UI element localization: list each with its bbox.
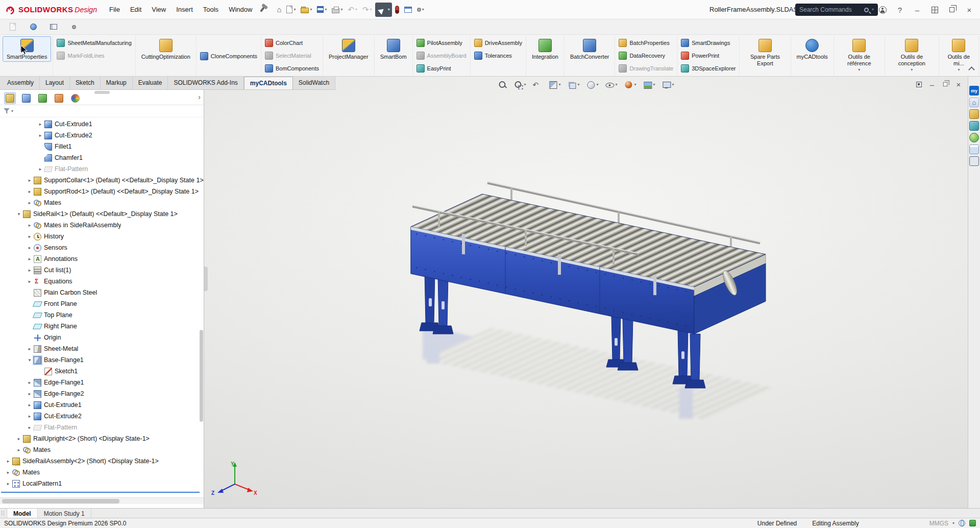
tab-sketch[interactable]: Sketch: [70, 77, 101, 89]
tree-item-cut-list-1[interactable]: ▸Cut list(1): [0, 265, 204, 276]
tab-mycadtools[interactable]: myCADtools: [244, 77, 293, 89]
dropdown-caret-icon[interactable]: ▾: [577, 83, 579, 87]
pin-icon[interactable]: [260, 7, 265, 12]
tree-collapsed-arrow-icon[interactable]: ▸: [26, 256, 34, 261]
dropdown-caret-icon[interactable]: ▾: [388, 8, 390, 12]
tree-item-base-flange1[interactable]: ▾Base-Flange1: [0, 354, 204, 366]
tree-collapsed-arrow-icon[interactable]: ▸: [26, 425, 34, 430]
datarecovery-button[interactable]: DataRecovery: [617, 49, 675, 62]
tree-item-chamfer1[interactable]: Chamfer1: [0, 152, 204, 163]
markfoldlines-button[interactable]: MarkFoldLines: [55, 49, 133, 62]
view-orientation-button[interactable]: ▾: [566, 79, 580, 90]
tree-collapsed-arrow-icon[interactable]: ▸: [4, 481, 12, 486]
restore-button[interactable]: [944, 2, 960, 17]
tree-item-equations[interactable]: ▸Equations: [0, 276, 204, 287]
close-doc-button[interactable]: ×: [953, 79, 964, 89]
minimize-button[interactable]: –: [910, 2, 925, 17]
configurationmanager-tab-tab[interactable]: [53, 92, 65, 104]
mycadtools-button[interactable]: myCADtools: [793, 36, 832, 62]
tab-solidworks-add-ins[interactable]: SOLIDWORKS Add-Ins: [168, 77, 243, 89]
tree-item-top-plane[interactable]: Top Plane: [0, 309, 204, 321]
tree-item-history[interactable]: ▸History: [0, 231, 204, 242]
3dspaceexplorer-button[interactable]: 3DSpaceExplorer: [679, 62, 738, 75]
tree-collapsed-arrow-icon[interactable]: ▸: [26, 178, 34, 183]
assemblyboard-button[interactable]: AssemblyBoard: [414, 49, 469, 62]
select-arrow-button[interactable]: ▾: [375, 3, 392, 17]
easyprint-button[interactable]: EasyPrint: [414, 62, 469, 75]
tree-item-mates-in-siderailassembly[interactable]: ▸Mates in SideRailAssembly: [0, 220, 204, 231]
graphics-viewport[interactable]: ▾↶▾▾▾▾▾▾▾ –×: [204, 77, 968, 508]
tree-item-flat-pattern[interactable]: ▸Flat-Pattern: [0, 422, 204, 433]
open-file-button[interactable]: ▾: [299, 3, 314, 17]
tree-collapsed-arrow-icon[interactable]: ▸: [26, 268, 34, 273]
tab-bar-gripper[interactable]: [0, 509, 7, 518]
tree-item-front-plane[interactable]: Front Plane: [0, 298, 204, 309]
batchproperties-button[interactable]: BatchProperties: [617, 36, 675, 49]
selectmaterial-button[interactable]: SelectMaterial: [263, 49, 321, 62]
tab-layout[interactable]: Layout: [40, 77, 70, 89]
dropdown-caret-icon[interactable]: ▾: [325, 8, 327, 12]
search-input[interactable]: Search Commands ▾: [795, 4, 878, 16]
tree-collapsed-arrow-icon[interactable]: ▸: [26, 391, 34, 396]
options-gear-button[interactable]: ▾: [415, 3, 426, 17]
toolbox-icon[interactable]: [969, 109, 979, 119]
tab-assembly[interactable]: Assembly: [2, 77, 40, 89]
outils-de-conception-button[interactable]: Outils de conception▾: [887, 36, 937, 74]
dropdown-caret-icon[interactable]: ▾: [293, 8, 296, 12]
dropdown-caret-icon[interactable]: ▾: [672, 83, 674, 87]
tree-collapsed-arrow-icon[interactable]: ▸: [4, 459, 12, 464]
tree-collapsed-arrow-icon[interactable]: ▸: [26, 380, 34, 385]
tree-item-sketch1[interactable]: Sketch1: [0, 366, 204, 377]
edit-appearance-button[interactable]: ▾: [623, 79, 638, 90]
table-button[interactable]: [402, 3, 414, 17]
dropdown-caret-icon[interactable]: ▾: [340, 8, 342, 12]
help-button[interactable]: ?: [892, 2, 908, 17]
tree-item-localpattern1[interactable]: ▸LocalPattern1: [0, 478, 204, 489]
tree-item-cut-extrude1[interactable]: ▸Cut-Extrude1: [0, 399, 204, 411]
dropdown-caret-icon[interactable]: ▾: [558, 83, 560, 87]
tree-collapsed-arrow-icon[interactable]: ▸: [36, 122, 44, 127]
appearances-tab-tab[interactable]: [69, 92, 81, 104]
tab-solidwatch[interactable]: SolidWatch: [293, 77, 335, 89]
tree-collapsed-arrow-icon[interactable]: ▸: [36, 133, 44, 138]
tree-item-sensors[interactable]: ▸Sensors: [0, 242, 204, 253]
tree-collapsed-arrow-icon[interactable]: ▸: [26, 346, 34, 351]
units-label[interactable]: MMGS: [929, 520, 948, 527]
tree-expanded-arrow-icon[interactable]: ▾: [15, 211, 23, 217]
tree-item-cut-extrude1[interactable]: ▸Cut-Extrude1: [0, 118, 204, 130]
tree-vertical-scrollbar[interactable]: [200, 330, 203, 422]
display-style-button[interactable]: ▾: [585, 79, 599, 90]
clonecomponents-button[interactable]: CloneComponents: [198, 50, 259, 62]
tree-item-railupright-2-short-display-state-1[interactable]: ▸RailUpright<2> (Short) <Display State-1…: [0, 433, 204, 444]
home-button[interactable]: ⌂: [275, 3, 283, 17]
previous-view-button[interactable]: ↶: [531, 79, 543, 90]
mycad-panel-icon[interactable]: my: [969, 86, 979, 95]
tab-markup[interactable]: Markup: [101, 77, 133, 89]
tree-collapsed-arrow-icon[interactable]: ▸: [26, 234, 34, 239]
capsule-button[interactable]: [393, 3, 401, 17]
tree-item-mates[interactable]: ▸Mates: [0, 467, 204, 478]
hide-show-items-button[interactable]: ▾: [604, 79, 619, 90]
print-button[interactable]: ▾: [330, 3, 345, 17]
tree-item-mates[interactable]: ▸Mates: [0, 444, 204, 455]
tree-item-supportcollar-1-default-default-display-state-1[interactable]: ▸SupportCollar<1> (Default) <<Default>_D…: [0, 175, 204, 186]
documents-icon[interactable]: [969, 145, 979, 154]
tree-item-edge-flange2[interactable]: ▸Edge-Flange2: [0, 388, 204, 399]
tab-model[interactable]: Model: [7, 509, 38, 518]
tree-collapsed-arrow-icon[interactable]: ▸: [36, 166, 44, 172]
tree-collapsed-arrow-icon[interactable]: ▸: [26, 200, 34, 205]
tree-collapsed-arrow-icon[interactable]: ▸: [15, 436, 23, 441]
bomcomponents-button[interactable]: BomComponents: [263, 62, 321, 75]
spare-parts-export-button[interactable]: Spare Parts Export: [741, 36, 789, 68]
document-button[interactable]: [6, 21, 19, 33]
tree-collapsed-arrow-icon[interactable]: ▸: [4, 470, 12, 475]
batchconverter-button[interactable]: BatchConverter: [566, 36, 613, 62]
tree-item-edge-flange1[interactable]: ▸Edge-Flange1: [0, 377, 204, 388]
new-file-button[interactable]: ▾: [284, 3, 298, 17]
redo-button[interactable]: ↷▾: [360, 3, 374, 17]
tree-collapsed-arrow-icon[interactable]: ▸: [26, 414, 34, 419]
menu-view[interactable]: View: [146, 0, 171, 19]
menu-window[interactable]: Window: [224, 0, 257, 19]
menu-edit[interactable]: Edit: [125, 0, 146, 19]
sheetmetalmanufacturing-button[interactable]: SheetMetalManufacturing: [55, 36, 133, 49]
